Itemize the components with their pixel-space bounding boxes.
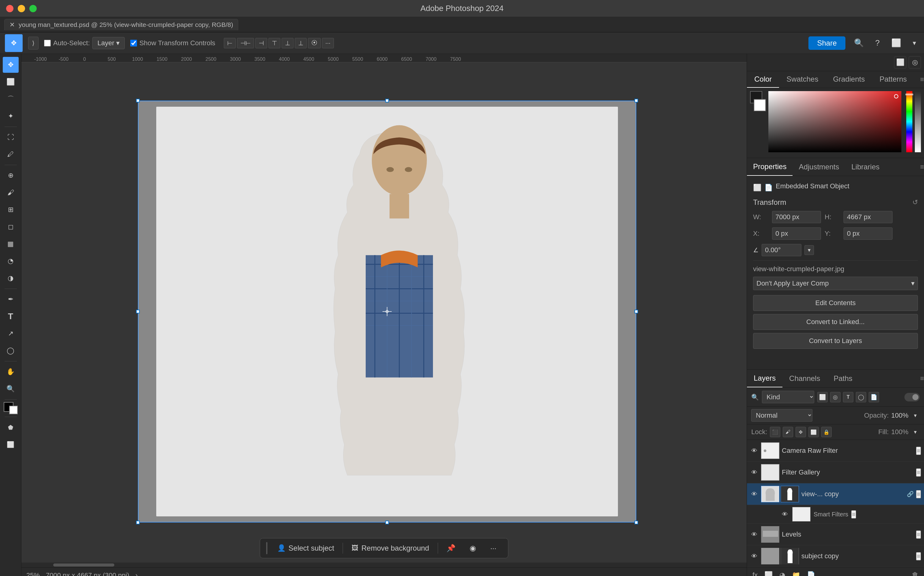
handle-top-center[interactable]	[385, 99, 389, 102]
lock-pixels-btn[interactable]: 🖌	[783, 427, 793, 437]
width-input[interactable]	[772, 211, 821, 223]
heal-brush-tool[interactable]: ⊕	[3, 168, 19, 184]
handle-middle-left[interactable]	[136, 310, 140, 314]
select-subject-btn[interactable]: 👤 Select subject	[272, 541, 340, 555]
screen-mode-tool[interactable]: ⬜	[3, 437, 19, 453]
layer-visibility-1[interactable]: 👁	[750, 468, 759, 477]
layer-settings-4[interactable]: ≡	[916, 552, 921, 560]
color-tab[interactable]: Color	[747, 71, 779, 88]
lasso-tool[interactable]: ⌒	[3, 91, 19, 107]
gradient-tool[interactable]: ▦	[3, 236, 19, 252]
move-tool-option[interactable]: ✥	[5, 34, 22, 52]
workspace-button[interactable]: ⬜	[888, 37, 904, 49]
align-top-btn[interactable]: ⊤	[269, 38, 280, 48]
blend-mode-select[interactable]: Normal Dissolve Multiply Screen Overlay	[751, 409, 812, 422]
handle-bottom-left[interactable]	[136, 521, 140, 524]
handle-middle-right[interactable]	[635, 310, 638, 314]
hand-tool[interactable]: ✋	[3, 364, 19, 380]
more-tools-btn[interactable]: ···	[484, 541, 502, 555]
lock-position-btn[interactable]: ✥	[796, 427, 806, 437]
layer-visibility-sf[interactable]: 👁	[780, 510, 789, 518]
channels-tab[interactable]: Channels	[782, 370, 827, 387]
remove-background-btn[interactable]: 🖼 Remove background	[346, 541, 435, 555]
lock-all-btn[interactable]: 🔒	[821, 427, 832, 437]
text-tool[interactable]: T	[3, 309, 19, 325]
x-input[interactable]	[772, 227, 821, 240]
new-layer-btn[interactable]: 📄	[806, 570, 816, 576]
edit-contents-btn[interactable]: Edit Contents	[753, 295, 918, 311]
layer-settings-1[interactable]: ≡	[916, 469, 921, 477]
more-options-btn[interactable]: ···	[322, 38, 334, 48]
filter-toggle[interactable]	[905, 393, 920, 402]
crop-tool[interactable]: ⛶	[3, 129, 19, 145]
maximize-button[interactable]	[29, 5, 37, 12]
libraries-tab[interactable]: Libraries	[845, 158, 886, 176]
patterns-tab[interactable]: Patterns	[872, 71, 914, 88]
search-button[interactable]: 🔍	[851, 37, 867, 49]
layer-item[interactable]: 👁 Levels ≡	[747, 524, 924, 546]
layer-visibility-2[interactable]: 👁	[750, 490, 759, 498]
layer-item[interactable]: 👁 Filter Gallery ≡	[747, 462, 924, 483]
share-button[interactable]: Share	[809, 37, 845, 50]
panel-properties-icon[interactable]: ⬜	[894, 56, 906, 69]
panel-adjust-icon[interactable]: ◎	[909, 56, 921, 69]
angle-input[interactable]	[762, 244, 801, 256]
shape-tool[interactable]: ◯	[3, 343, 19, 358]
filter-shape-btn[interactable]: ◯	[856, 392, 866, 402]
align-left-btn[interactable]: ⊢	[224, 38, 236, 48]
scrollbar-thumb[interactable]	[53, 563, 114, 566]
layer-item[interactable]: 👁 ● Camera Raw Filter ≡	[747, 440, 924, 462]
layer-item[interactable]: 👁 subject copy ≡	[747, 546, 924, 567]
lock-transparent-btn[interactable]: ⬛	[770, 427, 780, 437]
handle-bottom-right[interactable]	[635, 521, 638, 524]
canvas-area[interactable]: -1000 -500 0 500 1000 1500 2000 2500 300…	[21, 54, 747, 576]
transform-reset-btn[interactable]: ↺	[912, 198, 918, 206]
quick-mask-tool[interactable]: ⬟	[3, 419, 19, 435]
move-mode-dropdown[interactable]: ⟩	[28, 37, 38, 50]
align-right-btn[interactable]: ⊣	[255, 38, 267, 48]
smart-filter-settings[interactable]: ≡	[851, 510, 856, 518]
layer-mode-dropdown[interactable]: Layer ▾	[92, 37, 125, 49]
convert-to-linked-btn[interactable]: Convert to Linked...	[753, 314, 918, 330]
angle-dropdown[interactable]: ▾	[804, 245, 814, 255]
brush-tool[interactable]: 🖌	[3, 185, 19, 200]
properties-tab[interactable]: Properties	[747, 158, 793, 176]
help-button[interactable]: ?	[872, 37, 883, 49]
color-panel-menu-btn[interactable]: ≡	[920, 71, 924, 88]
layer-settings-3[interactable]: ≡	[916, 530, 921, 539]
color-hue-slider[interactable]	[906, 91, 912, 152]
filter-kind-select[interactable]: Kind Name Effect Mode Attribute Color Sm…	[762, 391, 814, 403]
layer-settings-2[interactable]: ≡	[916, 490, 921, 498]
document-tab[interactable]: ✕ young man_textured.psd @ 25% (view-whi…	[4, 19, 238, 30]
color-alpha-slider[interactable]	[915, 91, 921, 152]
new-group-btn[interactable]: 📁	[791, 570, 801, 576]
fx-btn[interactable]: fx	[751, 570, 759, 576]
y-input[interactable]	[844, 227, 892, 240]
auto-select-checkbox[interactable]	[44, 40, 51, 46]
handle-bottom-center[interactable]	[385, 521, 389, 524]
move-tool[interactable]: ✥	[3, 57, 19, 73]
opacity-dropdown[interactable]: ▾	[911, 411, 920, 420]
canvas-frame[interactable]	[138, 101, 636, 523]
layer-comp-dropdown[interactable]: Don't Apply Layer Comp ▾	[753, 277, 918, 290]
pen-tool[interactable]: ✒	[3, 291, 19, 307]
filter-text-btn[interactable]: T	[843, 392, 854, 402]
blur-tool[interactable]: ◔	[3, 253, 19, 269]
dodge-tool[interactable]: ◑	[3, 270, 19, 286]
layer-visibility-0[interactable]: 👁	[750, 446, 759, 455]
handle-top-left[interactable]	[136, 99, 140, 102]
align-center-h-btn[interactable]: ⊣⊢	[237, 38, 254, 48]
layer-settings-0[interactable]: ≡	[916, 447, 921, 455]
gradients-tab[interactable]: Gradients	[826, 71, 872, 88]
add-adjustment-btn[interactable]: ◕	[778, 570, 787, 576]
distribute-h-btn[interactable]: ⦿	[308, 38, 321, 48]
color-gradient-picker[interactable]	[768, 91, 902, 152]
bg-swatch-mini[interactable]	[754, 99, 766, 111]
filter-adjust-btn[interactable]: ◎	[830, 392, 841, 402]
layer-item-selected[interactable]: 👁	[747, 483, 924, 505]
magic-wand-tool[interactable]: ✦	[3, 108, 19, 124]
align-bottom-btn[interactable]: ⊥	[295, 38, 307, 48]
convert-to-layers-btn[interactable]: Convert to Layers	[753, 333, 918, 349]
rect-select-tool[interactable]: ⬜	[3, 74, 19, 90]
handle-top-right[interactable]	[635, 99, 638, 102]
